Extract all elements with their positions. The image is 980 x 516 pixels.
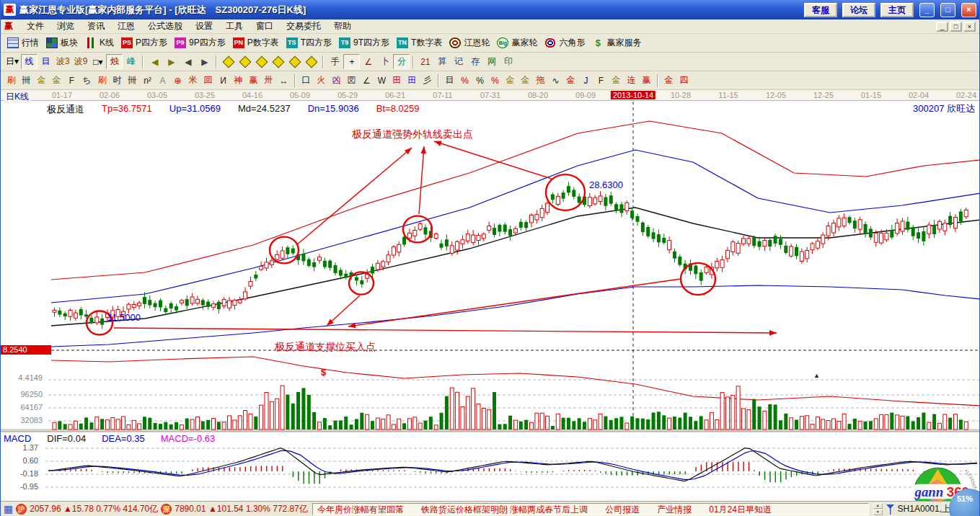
- gold-angle2-tool[interactable]: 金: [661, 74, 676, 88]
- line-chart-tool[interactable]: 线: [21, 54, 37, 69]
- gold-comb-tool-1[interactable]: 金: [34, 74, 49, 88]
- pan-tool[interactable]: 手: [327, 54, 343, 69]
- toolbar-gann-wheel[interactable]: 江恩轮: [446, 35, 493, 50]
- last-bar[interactable]: ▶: [163, 54, 180, 69]
- spiral-tool[interactable]: ち: [79, 74, 94, 88]
- news-ticker[interactable]: 今年房价涨幅有望回落 铁路货运价格框架明朗 涨幅两成春节后上调 公司报道 产业情…: [312, 503, 869, 515]
- toolbar-big-wheel[interactable]: Big赢家轮: [493, 35, 541, 50]
- mdi-close-button[interactable]: ×: [963, 22, 976, 32]
- percent-box-tool[interactable]: 目: [442, 74, 457, 88]
- n-wave-tool[interactable]: И: [216, 74, 231, 88]
- first-bar[interactable]: ◀: [146, 54, 163, 69]
- angle-line-tool[interactable]: ∠: [359, 74, 374, 88]
- percent-red-tool[interactable]: %: [457, 74, 472, 88]
- close-button[interactable]: ×: [961, 3, 976, 17]
- grid-comb-tool[interactable]: 卌: [19, 74, 34, 88]
- fan-purple-tool[interactable]: 凶: [329, 74, 344, 88]
- toolbar-hexagon[interactable]: 六角形: [541, 35, 588, 50]
- prev-bar[interactable]: ◀: [180, 54, 196, 69]
- calculator-tool[interactable]: 算: [433, 54, 450, 69]
- next-bar[interactable]: ▶: [196, 54, 213, 69]
- zoom-left[interactable]: [220, 54, 237, 69]
- parallel-tool[interactable]: 彡: [420, 74, 435, 88]
- w-wave-tool[interactable]: W: [374, 74, 389, 88]
- shenzhen-index[interactable]: 7890.01 ▲101.54 1.30% 772.87亿: [175, 503, 308, 515]
- gold-red-tool[interactable]: 金: [563, 74, 578, 88]
- sine-tool[interactable]: ∿: [548, 74, 563, 88]
- spinner-down-icon[interactable]: ▼: [873, 510, 883, 515]
- menu-item-工具[interactable]: 工具: [219, 19, 250, 33]
- candle-style-dropdown[interactable]: □▾: [89, 54, 106, 69]
- menu-item-江恩[interactable]: 江恩: [111, 19, 141, 33]
- info-note-tool[interactable]: 目: [37, 54, 54, 69]
- ray-fan-tool[interactable]: 火: [314, 74, 329, 88]
- wave-3-tool[interactable]: 波3: [54, 54, 72, 69]
- homepage-button[interactable]: 主页: [880, 3, 914, 17]
- zoom-right[interactable]: [237, 54, 253, 69]
- date-axis[interactable]: 01-1702-0603-0503-2504-1605-0905-2906-21…: [1, 90, 979, 101]
- percent-line-tool[interactable]: %: [487, 74, 503, 88]
- shen-tool[interactable]: 神: [231, 74, 246, 88]
- distribution-tool[interactable]: 峰: [123, 54, 139, 69]
- kline-red-tool[interactable]: 烛: [106, 54, 123, 69]
- star-tool[interactable]: 米: [185, 74, 200, 88]
- quote-grid-icon[interactable]: ▦: [4, 504, 13, 514]
- menu-item-资讯[interactable]: 资讯: [81, 19, 111, 33]
- n2-tool[interactable]: n²: [140, 74, 155, 88]
- brush2-tool[interactable]: 拖: [533, 74, 548, 88]
- f-angle-tool[interactable]: F: [593, 74, 609, 88]
- square-red-tool[interactable]: 回: [200, 74, 216, 88]
- target-tool[interactable]: ⊕: [170, 74, 185, 88]
- spinner-up-icon[interactable]: ▲: [873, 503, 883, 509]
- service-button[interactable]: 客服: [804, 3, 837, 17]
- gold-comb-tool-2[interactable]: 金: [49, 74, 64, 88]
- cycle-red-tool[interactable]: 卅: [261, 74, 276, 88]
- toolbar-PN[interactable]: PNP数字表: [229, 35, 283, 50]
- toolbar-TN[interactable]: TNT数字表: [393, 35, 446, 50]
- segment-tool[interactable]: 分: [393, 54, 410, 69]
- menu-item-窗口[interactable]: 窗口: [250, 19, 280, 33]
- gold-line-tool[interactable]: 金: [518, 74, 533, 88]
- j-angle-tool[interactable]: J: [578, 74, 593, 88]
- print-tool[interactable]: 印: [500, 54, 516, 69]
- menu-item-公式选股[interactable]: 公式选股: [141, 19, 189, 33]
- toolbar-market-grid[interactable]: 行情: [4, 35, 43, 50]
- width-tool[interactable]: ↔: [276, 74, 291, 88]
- toolbar-service[interactable]: $赢家服务: [588, 35, 645, 50]
- toolbar-P9[interactable]: P99P四方形: [171, 35, 229, 50]
- menu-item-交易委托[interactable]: 交易委托: [280, 19, 327, 33]
- toolbar-T9[interactable]: T99T四方形: [335, 35, 393, 50]
- grid-red-tool[interactable]: 田: [389, 74, 405, 88]
- gold-angle-tool[interactable]: 金: [609, 74, 624, 88]
- fractal-tool[interactable]: 卜: [376, 54, 393, 69]
- minimize-button[interactable]: _: [919, 3, 935, 17]
- wave-9-tool[interactable]: 波9: [72, 54, 90, 69]
- save-tool[interactable]: 存: [467, 54, 483, 69]
- clock-cycle-tool[interactable]: 时: [110, 74, 125, 88]
- toolbar-blocks[interactable]: 板块: [43, 35, 81, 50]
- menu-item-设置[interactable]: 设置: [189, 19, 219, 33]
- gold-circle-tool[interactable]: 金: [503, 74, 518, 88]
- grid-blue-tool[interactable]: 田: [405, 74, 420, 88]
- fib-f-tool[interactable]: F: [64, 74, 79, 88]
- menu-item-浏览[interactable]: 浏览: [50, 19, 81, 33]
- brush-red-tool[interactable]: 刷: [94, 74, 110, 88]
- zoom-fit[interactable]: [303, 54, 319, 69]
- calendar-tool[interactable]: 21: [417, 54, 433, 69]
- toolbar-kline[interactable]: K线: [81, 35, 118, 50]
- zoom-h-expand[interactable]: [253, 54, 270, 69]
- comb-tool[interactable]: 卌: [125, 74, 140, 88]
- mdi-minimize-button[interactable]: _: [936, 22, 948, 32]
- period-day-dropdown[interactable]: 日▾: [4, 54, 21, 69]
- notes-tool[interactable]: 记: [450, 54, 467, 69]
- web-tool[interactable]: 网: [483, 54, 500, 69]
- brush-tool[interactable]: 刷: [4, 74, 19, 88]
- toolbar-PS[interactable]: PSP四方形: [118, 35, 171, 50]
- fan-grid-tool[interactable]: 図: [344, 74, 359, 88]
- menu-item-帮助[interactable]: 帮助: [327, 19, 358, 33]
- box-tool[interactable]: 口: [299, 74, 314, 88]
- title-bar[interactable]: 赢 赢家江恩专业版[赢家内部服务平台] - [欣旺达 SZ300207-276日…: [1, 0, 979, 19]
- percent-tool[interactable]: %: [472, 74, 487, 88]
- mdi-restore-button[interactable]: □: [950, 22, 962, 32]
- shanghai-index[interactable]: 2057.96 ▲15.78 0.77% 414.70亿: [30, 503, 158, 515]
